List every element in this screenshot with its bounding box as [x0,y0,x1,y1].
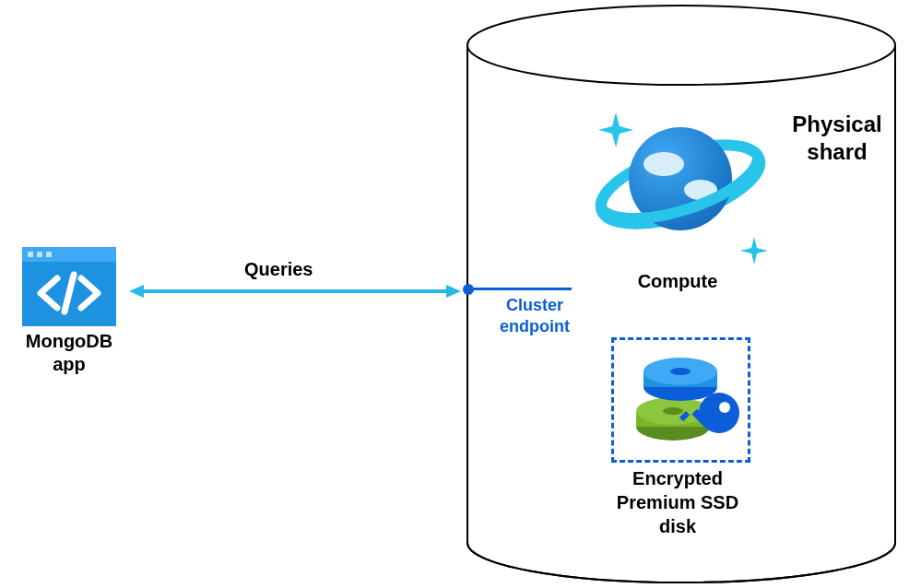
queries-arrow [129,285,461,298]
mongodb-app-label: MongoDB app [18,330,120,376]
svg-point-19 [663,407,683,415]
svg-rect-4 [22,247,116,262]
svg-marker-11 [446,285,461,298]
compute-label: Compute [608,271,747,292]
endpoint-dot-icon [463,284,474,295]
physical-shard-label: Physical shard [773,111,902,166]
svg-point-23 [670,368,691,375]
svg-rect-5 [28,252,33,257]
encrypted-disk-icon [627,348,747,450]
encrypted-disk-label: Encrypted Premium SSD disk [608,466,747,538]
compute-icon [588,103,773,265]
queries-label: Queries [244,259,313,280]
cluster-endpoint-label: Cluster endpoint [489,295,581,336]
svg-rect-6 [37,252,42,257]
svg-point-25 [719,402,730,413]
mongodb-app-icon [22,247,116,326]
svg-marker-10 [129,285,144,298]
svg-point-14 [644,152,684,176]
svg-rect-7 [46,252,52,257]
endpoint-line [468,288,572,290]
svg-point-0 [467,6,895,85]
svg-point-24 [699,393,739,433]
